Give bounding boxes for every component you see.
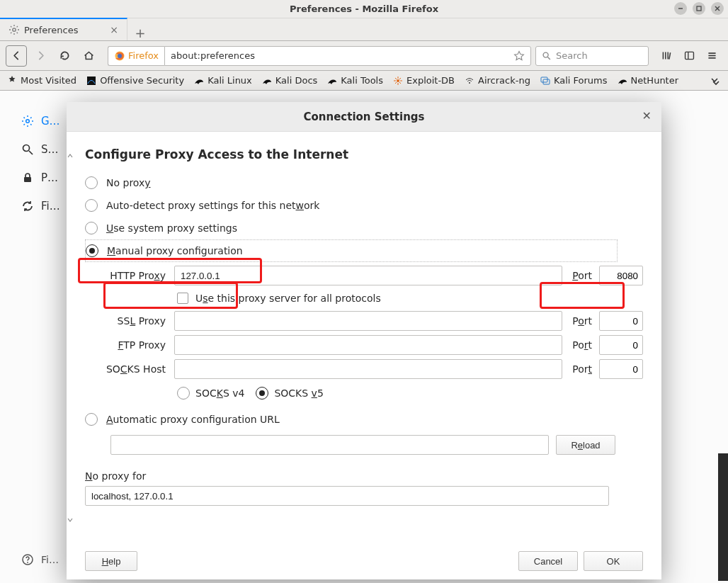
library-button[interactable] xyxy=(656,45,677,67)
auto-config-url-input[interactable] xyxy=(110,435,549,455)
back-button[interactable] xyxy=(6,45,27,67)
checkbox-label: Use this proxy server for all protocols xyxy=(195,293,381,304)
sidebar-item-label: P… xyxy=(41,171,58,184)
tabstrip: Preferences × + xyxy=(0,18,728,41)
section-heading: Configure Proxy Access to the Internet xyxy=(85,147,643,162)
bookmark-aircrack[interactable]: Aircrack-ng xyxy=(465,75,530,86)
socks-port-label: Port xyxy=(567,363,595,375)
bookmark-offensive-security[interactable]: Offensive Security xyxy=(86,75,184,86)
sidebar-item-account[interactable]: Fi… xyxy=(21,200,60,213)
radio-label: Use system proxy settings xyxy=(106,222,237,234)
dialog-footer: Help Cancel OK xyxy=(67,551,661,579)
svg-rect-22 xyxy=(24,177,31,182)
scroll-up-icon[interactable] xyxy=(67,153,73,159)
reload-button[interactable]: Reload xyxy=(556,435,615,455)
radio-auto-config-url[interactable]: Automatic proxy configuration URL xyxy=(85,408,643,431)
radio-icon xyxy=(85,176,98,189)
sidebar-item-label: S… xyxy=(41,143,59,156)
svg-point-24 xyxy=(27,562,28,563)
sidebar-item-support[interactable]: Fi… xyxy=(21,553,59,566)
new-tab-button[interactable]: + xyxy=(127,26,153,40)
svg-point-20 xyxy=(23,145,30,152)
sidebar-item-search[interactable]: S… xyxy=(21,143,60,156)
socks-version-row: SOCKS v4 SOCKS v5 xyxy=(177,381,643,405)
scroll-down-icon[interactable] xyxy=(67,517,73,523)
bookmark-most-visited[interactable]: Most Visited xyxy=(7,75,76,86)
svg-point-4 xyxy=(13,28,16,31)
sidebar-item-privacy[interactable]: P… xyxy=(21,171,60,184)
menu-button[interactable] xyxy=(701,45,722,67)
http-proxy-input[interactable] xyxy=(174,266,562,285)
ok-button[interactable]: OK xyxy=(584,551,643,571)
search-field[interactable]: Search xyxy=(535,46,649,66)
http-proxy-row: HTTP Proxy Port xyxy=(85,264,643,288)
socks-port-input[interactable] xyxy=(599,359,643,379)
sidebar-button[interactable] xyxy=(678,45,700,67)
radio-no-proxy[interactable]: No proxy xyxy=(85,171,643,194)
sidebar-item-general[interactable]: G… xyxy=(21,115,60,128)
kali-icon xyxy=(86,76,96,86)
bookmark-kali-linux[interactable]: Kali Linux xyxy=(194,75,252,86)
bookmark-kali-tools[interactable]: Kali Tools xyxy=(327,75,383,86)
ssl-port-label: Port xyxy=(567,315,595,327)
radio-label: SOCKS v5 xyxy=(274,387,323,399)
radio-label: No proxy xyxy=(106,177,151,188)
bookmarks-toolbar: Most Visited Offensive Security Kali Lin… xyxy=(0,71,728,91)
lock-icon xyxy=(21,171,34,184)
bookmark-exploit-db[interactable]: Exploit-DB xyxy=(393,75,455,86)
window-close-button[interactable] xyxy=(711,2,724,15)
dialog-close-button[interactable]: ✕ xyxy=(642,109,652,123)
bookmarks-overflow[interactable] xyxy=(710,76,721,86)
ftp-port-input[interactable] xyxy=(599,335,643,355)
ftp-proxy-input[interactable] xyxy=(174,335,562,355)
star-burst-icon xyxy=(7,76,17,86)
url-text: about:preferences xyxy=(171,50,255,61)
ssl-proxy-input[interactable] xyxy=(174,311,562,331)
bookmark-kali-docs[interactable]: Kali Docs xyxy=(262,75,318,86)
gear-icon xyxy=(21,115,34,128)
radio-socks-v4[interactable]: SOCKS v4 xyxy=(177,387,244,400)
radio-auto-detect[interactable]: Auto-detect proxy settings for this netw… xyxy=(85,194,643,217)
radio-use-system[interactable]: Use system proxy settings xyxy=(85,217,643,239)
dragon-icon xyxy=(327,76,337,86)
svg-point-15 xyxy=(397,79,399,82)
tab-close-button[interactable]: × xyxy=(108,24,120,35)
help-button[interactable]: Help xyxy=(85,551,137,571)
bookmark-kali-forums[interactable]: Kali Forums xyxy=(540,75,608,86)
dragon-icon xyxy=(618,76,627,86)
connection-settings-dialog: Connection Settings ✕ Configure Proxy Ac… xyxy=(67,102,661,579)
radio-icon xyxy=(85,413,98,426)
bookmark-nethunter[interactable]: NetHunter xyxy=(618,75,679,86)
window-maximize-button[interactable] xyxy=(693,2,705,15)
cancel-button[interactable]: Cancel xyxy=(518,551,578,571)
svg-point-6 xyxy=(118,54,122,58)
sidebar-item-label: G… xyxy=(41,115,60,128)
no-proxy-for-label: No proxy for xyxy=(85,470,643,482)
gear-icon xyxy=(8,24,20,35)
use-for-all-row[interactable]: Use this proxy server for all protocols xyxy=(177,288,643,309)
svg-point-19 xyxy=(26,120,30,123)
radio-socks-v5[interactable]: SOCKS v5 xyxy=(256,387,323,400)
ftp-proxy-label: FTP Proxy xyxy=(85,339,170,351)
url-field[interactable]: about:preferences xyxy=(164,46,531,66)
home-button[interactable] xyxy=(78,45,99,67)
ssl-proxy-label: SSL Proxy xyxy=(85,315,170,327)
tab-preferences[interactable]: Preferences × xyxy=(0,18,127,40)
radio-label: Auto-detect proxy settings for this netw… xyxy=(106,200,319,211)
no-proxy-for-input[interactable] xyxy=(85,486,609,506)
vertical-scrollbar-thumb[interactable] xyxy=(718,453,728,581)
socks-host-input[interactable] xyxy=(174,359,562,379)
reload-button[interactable] xyxy=(54,45,75,67)
urlbar-brand-label: Firefox xyxy=(128,50,159,61)
radio-icon xyxy=(177,387,190,400)
radio-manual-proxy[interactable]: Manual proxy configuration xyxy=(85,239,618,262)
radio-label: Manual proxy configuration xyxy=(107,245,243,256)
nav-toolbar: Firefox about:preferences Search xyxy=(0,41,728,71)
urlbar-identity[interactable]: Firefox xyxy=(108,46,164,66)
ftp-port-label: Port xyxy=(567,339,595,351)
http-port-input[interactable] xyxy=(599,266,643,285)
window-minimize-button[interactable] xyxy=(674,2,687,15)
ssl-port-input[interactable] xyxy=(599,311,643,331)
bookmark-star-icon[interactable] xyxy=(513,50,525,62)
forward-button[interactable] xyxy=(30,45,51,67)
